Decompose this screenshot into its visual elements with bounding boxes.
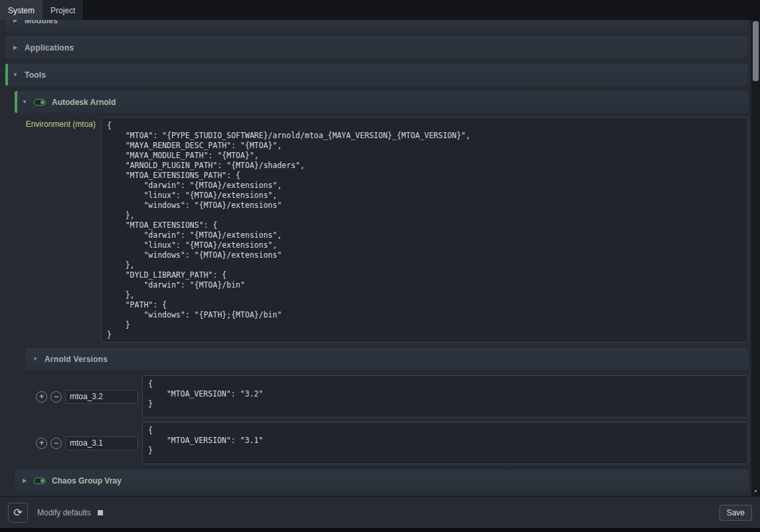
environment-row: Environment (mtoa) { "MTOA": "{PYPE_STUD… (15, 117, 748, 343)
version-json-textarea[interactable]: { "MTOA_VERSION": "3.1" } (142, 422, 748, 464)
group-chaos-group-vray-title: Chaos Group Vray (52, 476, 122, 486)
toggle-on-icon[interactable] (34, 478, 46, 484)
section-applications-header[interactable]: ▶ Applications (5, 37, 748, 58)
group-chaos-group-vray-header[interactable]: ▶ Chaos Group Vray (15, 470, 748, 491)
toggle-on-icon[interactable] (34, 99, 46, 106)
version-row: + − { "MTOA_VERSION": "3.1" } (36, 422, 748, 464)
environment-json-textarea[interactable]: { "MTOA": "{PYPE_STUDIO_SOFTWARE}/arnold… (101, 117, 748, 343)
environment-label: Environment (mtoa) (15, 117, 101, 129)
chevron-down-icon[interactable]: ▼ (21, 99, 28, 105)
version-name-input[interactable] (65, 436, 138, 450)
section-modules-header[interactable]: ▶ Modules (5, 20, 748, 31)
section-modules-title: Modules (25, 20, 58, 25)
chevron-down-icon[interactable]: ▼ (32, 356, 39, 362)
remove-version-button[interactable]: − (50, 391, 62, 402)
section-arnold-versions-title: Arnold Versions (45, 355, 108, 364)
tab-system[interactable]: System (0, 0, 43, 20)
refresh-icon: ⟳ (13, 506, 22, 519)
group-autodesk-arnold-title: Autodesk Arnold (52, 98, 116, 107)
settings-content: ▶ Modules ▶ Applications ▼ Tools ▼ Autod… (0, 20, 751, 496)
chevron-right-icon[interactable]: ▶ (12, 20, 19, 23)
modify-defaults-checkbox[interactable] (98, 510, 103, 515)
section-tools-header[interactable]: ▼ Tools (5, 64, 748, 86)
tab-project[interactable]: Project (43, 0, 83, 20)
footer-bar: ⟳ Modify defaults Save (0, 496, 760, 528)
settings-window: System Project ▶ Modules ▶ Applications … (0, 0, 760, 532)
tab-bar: System Project (0, 0, 760, 20)
version-name-input[interactable] (65, 390, 138, 404)
refresh-button[interactable]: ⟳ (8, 503, 28, 523)
add-version-button[interactable]: + (36, 391, 47, 402)
section-applications-title: Applications (25, 43, 74, 52)
scroll-down-arrow-icon[interactable]: ▼ (751, 487, 760, 495)
chevron-down-icon[interactable]: ▼ (12, 72, 19, 78)
add-version-button[interactable]: + (36, 438, 47, 449)
chevron-right-icon[interactable]: ▶ (21, 478, 28, 484)
modify-defaults-label: Modify defaults (37, 508, 91, 517)
remove-version-button[interactable]: − (50, 438, 62, 449)
window-bottom-edge (0, 528, 760, 532)
group-autodesk-arnold-header[interactable]: ▼ Autodesk Arnold (15, 91, 748, 113)
save-button[interactable]: Save (719, 505, 752, 521)
section-arnold-versions-header[interactable]: ▼ Arnold Versions (25, 348, 748, 370)
settings-scroll-area: ▶ Modules ▶ Applications ▼ Tools ▼ Autod… (0, 20, 760, 496)
version-row: + − { "MTOA_VERSION": "3.2" } (36, 375, 748, 418)
vertical-scrollbar[interactable]: ▼ (751, 20, 760, 496)
chevron-right-icon[interactable]: ▶ (12, 44, 19, 50)
scrollbar-thumb[interactable] (753, 21, 759, 81)
section-tools-title: Tools (25, 70, 46, 80)
version-json-textarea[interactable]: { "MTOA_VERSION": "3.2" } (142, 375, 748, 418)
